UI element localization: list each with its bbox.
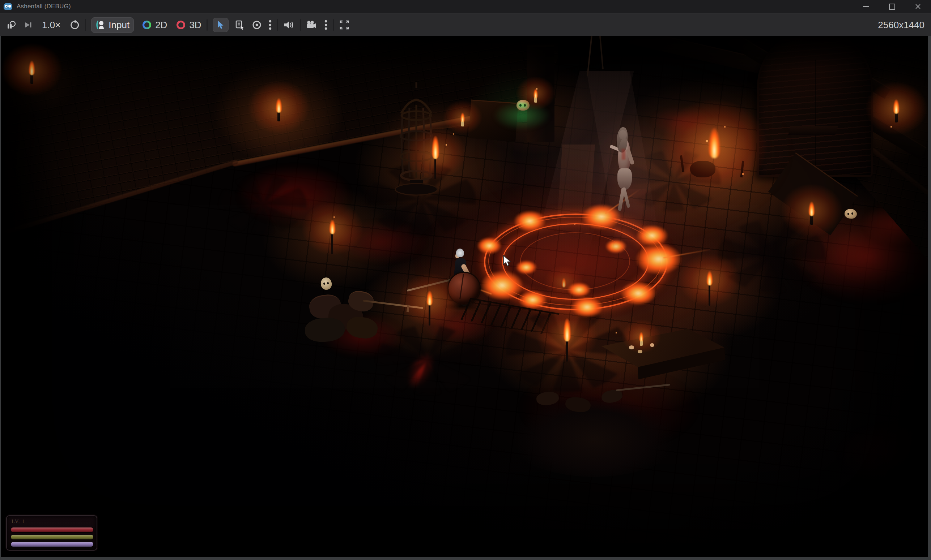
ritual-node (620, 282, 656, 305)
maximize-button[interactable] (879, 0, 905, 13)
skull-eye (327, 282, 329, 284)
ritual-node (518, 291, 547, 309)
arch-ledge (788, 126, 838, 135)
close-button[interactable] (905, 0, 931, 13)
maximize-icon (889, 4, 895, 10)
table (598, 329, 728, 379)
ritual-node (480, 270, 524, 301)
resolution-indicator: 2560x1440 (878, 20, 925, 31)
ghost-wound (622, 149, 625, 160)
toolbar-separator (333, 19, 334, 31)
ghost-rags (618, 168, 632, 190)
player-hair (456, 249, 464, 257)
cauldron-silhouette (690, 161, 715, 177)
toolbar-separator (300, 19, 301, 31)
floor-star-decal (220, 175, 307, 233)
camera-record-button[interactable] (306, 20, 317, 30)
view-3d-toggle[interactable]: 3D (176, 20, 201, 31)
window-controls (853, 0, 931, 13)
view-3d-label: 3D (189, 20, 201, 31)
app-window: Ashenfall (DEBUG) 1.0× (0, 0, 931, 560)
ritual-node (514, 210, 546, 232)
table-skull (638, 350, 642, 353)
bar-sheen (11, 542, 93, 547)
pause-button[interactable] (6, 20, 16, 30)
minimize-button[interactable] (853, 0, 879, 13)
menu-kebab-icon (324, 20, 328, 30)
ritual-node (567, 282, 591, 297)
view-2d-label: 2D (155, 20, 167, 31)
minimize-icon (863, 6, 869, 7)
fullscreen-button[interactable] (339, 20, 350, 30)
table-skull (629, 345, 634, 349)
ember-sparks (1, 36, 2, 37)
audio-mute-button[interactable] (283, 20, 295, 30)
game-viewport[interactable]: LV. 1 (1, 36, 928, 557)
godot-logo-icon (4, 3, 12, 10)
toolbar-separator (85, 19, 86, 31)
bar-sheen (11, 528, 93, 532)
ritual-node (477, 237, 502, 254)
ring-3d-icon (176, 20, 186, 30)
audio-icon (283, 20, 295, 30)
camera-override-icon (252, 20, 262, 30)
green-skull (517, 100, 530, 111)
input-mode-button[interactable]: Input (91, 17, 134, 33)
camera-menu-button[interactable] (269, 20, 272, 30)
mana-bar (11, 542, 93, 547)
menu-kebab-icon (269, 20, 272, 30)
window-title: Ashenfall (DEBUG) (17, 3, 71, 10)
input-device-icon (96, 20, 106, 30)
skull-eye (323, 283, 325, 285)
speed-indicator[interactable]: 1.0× (42, 20, 60, 31)
next-frame-button[interactable] (24, 21, 32, 29)
more-menu-button[interactable] (324, 20, 328, 30)
titlebar[interactable]: Ashenfall (DEBUG) (0, 0, 931, 13)
ritual-node (571, 297, 603, 318)
skull-eye-glow (524, 104, 526, 106)
hud-bars (11, 528, 93, 549)
close-icon (915, 3, 921, 10)
fullscreen-icon (339, 20, 350, 30)
player-hud-panel: LV. 1 (6, 515, 97, 551)
window-frame: LV. 1 (0, 36, 931, 560)
toolbar-separator (277, 19, 278, 31)
health-bar (11, 528, 93, 532)
debug-toolbar: 1.0× Input 2D (0, 13, 931, 37)
floor-star-decal (377, 325, 478, 394)
camera-icon (306, 20, 317, 30)
pause-icon (6, 20, 16, 30)
logo-eye-right (9, 6, 10, 7)
ritual-node (516, 260, 537, 275)
logo-eye-left (6, 6, 7, 7)
camera-override-button[interactable] (252, 20, 262, 30)
hanging-cage (395, 82, 438, 198)
skull-eye-glow (519, 104, 522, 106)
bar-sheen (11, 535, 93, 539)
pick-node-button[interactable] (235, 20, 245, 30)
reset-speed-icon (70, 20, 80, 30)
level-label: LV. 1 (12, 518, 25, 525)
pick-node-icon (235, 20, 245, 30)
skull-eye (851, 212, 853, 215)
select-tool-button[interactable] (213, 18, 229, 32)
select-cursor-icon (216, 20, 225, 30)
debris-mound (500, 383, 688, 477)
view-2d-toggle[interactable]: 2D (142, 20, 167, 31)
table-skull (650, 343, 654, 347)
next-frame-icon (24, 21, 32, 29)
ring-2d-icon (142, 20, 152, 30)
stamina-bar (11, 535, 93, 539)
toolbar-separator (207, 19, 208, 31)
mouse-cursor (503, 255, 512, 267)
skull-eye (848, 213, 849, 215)
input-mode-label: Input (108, 20, 130, 31)
reset-speed-button[interactable] (70, 20, 80, 30)
